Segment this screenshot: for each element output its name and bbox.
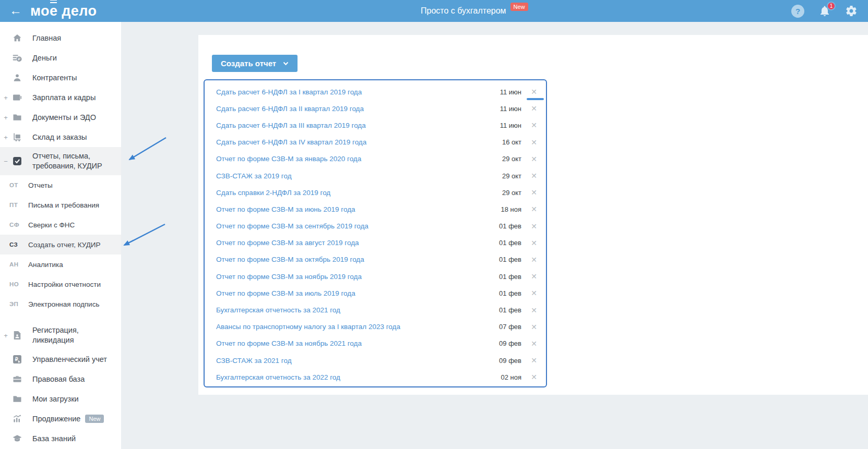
remove-report-icon[interactable]: ✕: [529, 289, 539, 297]
remove-report-icon[interactable]: ✕: [529, 155, 539, 163]
subitem-abbreviation: ЭП: [9, 301, 28, 307]
help-icon[interactable]: ?: [791, 5, 804, 18]
remove-report-icon[interactable]: ✕: [529, 188, 539, 197]
notifications-bell-icon[interactable]: 1: [818, 5, 831, 17]
remove-report-icon[interactable]: ✕: [529, 88, 539, 96]
sidebar-item-promotion[interactable]: Продвижение New: [0, 409, 121, 429]
report-row-11: Отчет по форме СЗВ-М за ноябрь 2019 года…: [205, 268, 546, 285]
report-row-15: Отчет по форме СЗВ-М за ноябрь 2021 года…: [205, 335, 546, 352]
report-due-date: 01 фев: [493, 273, 521, 281]
sidebar-new-badge: New: [85, 415, 104, 423]
report-link[interactable]: Сдать расчет 6-НДФЛ за II квартал 2019 г…: [216, 105, 493, 113]
sidebar-item-home[interactable]: Главная: [0, 28, 121, 48]
sidebar-item-label: База знаний: [32, 434, 76, 444]
back-arrow-icon[interactable]: ←: [9, 4, 22, 17]
create-report-button[interactable]: Создать отчет: [212, 55, 298, 72]
sidebar-item-money[interactable]: ₽ Деньги: [0, 48, 121, 68]
sidebar-item-legal[interactable]: Правовая база: [0, 369, 121, 389]
remove-report-icon[interactable]: ✕: [529, 222, 539, 230]
report-link[interactable]: СЗВ-СТАЖ за 2019 год: [216, 172, 493, 180]
expand-toggle-icon[interactable]: +: [0, 332, 11, 339]
report-due-date: 01 фев: [493, 289, 521, 297]
report-link[interactable]: Отчет по форме СЗВ-М за октябрь 2019 год…: [216, 256, 493, 263]
documents-icon: [11, 112, 23, 123]
remove-report-icon[interactable]: ✕: [529, 172, 539, 180]
sidebar-subitem-ЭП[interactable]: ЭП Электронная подпись: [0, 294, 121, 314]
remove-report-icon[interactable]: ✕: [529, 323, 539, 331]
report-link[interactable]: Отчет по форме СЗВ-М за ноябрь 2021 года: [216, 339, 493, 347]
report-due-date: 01 фев: [493, 256, 521, 263]
report-link[interactable]: Сдать расчет 6-НДФЛ за III квартал 2019 …: [216, 122, 493, 129]
sidebar-item-knowledge[interactable]: База знаний: [0, 429, 121, 448]
expand-toggle-icon[interactable]: +: [0, 94, 11, 102]
reports-icon: [11, 155, 23, 167]
sidebar-item-reports[interactable]: − Отчеты, письма, требования, КУДИР: [0, 147, 121, 175]
remove-report-icon[interactable]: ✕: [529, 138, 539, 147]
remove-report-icon[interactable]: ✕: [529, 306, 539, 314]
sidebar-item-label: Главная: [32, 33, 61, 43]
sidebar-item-registration[interactable]: + Регистрация, ликвидация: [0, 321, 121, 349]
subitem-label: Письма и требования: [28, 201, 99, 209]
report-link[interactable]: Бухгалтерская отчетность за 2021 год: [216, 306, 493, 314]
remove-report-icon[interactable]: ✕: [529, 373, 539, 381]
subitem-label: Сверки с ФНС: [28, 221, 75, 229]
report-due-date: 16 окт: [493, 138, 521, 146]
remove-report-icon[interactable]: ✕: [529, 121, 539, 129]
management-icon: ₽: [11, 354, 23, 365]
sidebar-subitem-ПТ[interactable]: ПТ Письма и требования: [0, 195, 121, 215]
remove-report-icon[interactable]: ✕: [529, 205, 539, 213]
remove-report-icon[interactable]: ✕: [529, 272, 539, 281]
sidebar-subitem-НО[interactable]: НО Настройки отчетности: [0, 274, 121, 294]
expand-toggle-icon[interactable]: +: [0, 134, 11, 141]
subitem-label: Создать отчет, КУДИР: [28, 241, 101, 249]
sidebar-subitem-ОТ[interactable]: ОТ Отчеты: [0, 175, 121, 195]
report-row-1: Сдать расчет 6-НДФЛ за II квартал 2019 г…: [205, 100, 546, 117]
report-link[interactable]: Авансы по транспортному налогу за I квар…: [216, 323, 493, 331]
sidebar-item-salary[interactable]: + Зарплата и кадры: [0, 88, 121, 107]
remove-report-icon[interactable]: ✕: [529, 256, 539, 264]
sidebar-item-label: Управленческий учет: [32, 355, 107, 365]
sidebar-item-label: Отчеты, письма, требования, КУДИР: [32, 151, 102, 171]
report-row-10: Отчет по форме СЗВ-М за октябрь 2019 год…: [205, 251, 546, 268]
sidebar-item-management[interactable]: ₽ Управленческий учет: [0, 349, 121, 369]
app-logo[interactable]: мое дело: [30, 3, 97, 19]
subitem-label: Настройки отчетности: [28, 281, 101, 288]
report-row-4: Отчет по форме СЗВ-М за январь 2020 года…: [205, 151, 546, 167]
remove-report-icon[interactable]: ✕: [529, 239, 539, 247]
settings-gear-icon[interactable]: [845, 5, 858, 17]
sidebar-item-downloads[interactable]: Мои загрузки: [0, 389, 121, 409]
report-link[interactable]: Сдать справки 2-НДФЛ за 2019 год: [216, 189, 493, 197]
annotation-arrow-create-report: [124, 224, 165, 245]
expand-toggle-icon[interactable]: −: [0, 157, 11, 165]
report-link[interactable]: Отчет по форме СЗВ-М за август 2019 года: [216, 239, 493, 247]
report-due-date: 11 июн: [493, 105, 521, 113]
report-due-date: 11 июн: [493, 88, 521, 96]
report-link[interactable]: Отчет по форме СЗВ-М за январь 2020 года: [216, 155, 493, 163]
report-due-date: 01 фев: [493, 222, 521, 230]
sidebar-subitem-АН[interactable]: АН Аналитика: [0, 254, 121, 274]
report-link[interactable]: Сдать расчет 6-НДФЛ за IV квартал 2019 г…: [216, 138, 493, 146]
row-focus-underline: [527, 98, 544, 100]
sidebar-subitem-СФ[interactable]: СФ Сверки с ФНС: [0, 215, 121, 235]
sidebar-item-warehouse[interactable]: + Склад и заказы: [0, 127, 121, 147]
subitem-abbreviation: НО: [9, 281, 28, 287]
sidebar-subitem-СЗ[interactable]: СЗ Создать отчет, КУДИР: [0, 235, 121, 254]
remove-report-icon[interactable]: ✕: [529, 104, 539, 113]
report-due-date: 01 фев: [493, 306, 521, 314]
report-link[interactable]: Сдать расчет 6-НДФЛ за I квартал 2019 го…: [216, 88, 493, 96]
report-link[interactable]: Отчет по форме СЗВ-М за сентябрь 2019 го…: [216, 222, 493, 230]
report-row-14: Авансы по транспортному налогу за I квар…: [205, 319, 546, 335]
report-link[interactable]: Бухгалтерская отчетность за 2022 год: [216, 373, 493, 381]
header-tagline-group: Просто с бухгалтером New: [421, 0, 528, 22]
report-link[interactable]: СЗВ-СТАЖ за 2021 год: [216, 357, 493, 365]
remove-report-icon[interactable]: ✕: [529, 356, 539, 365]
report-link[interactable]: Отчет по форме СЗВ-М за июнь 2019 года: [216, 205, 493, 213]
report-row-13: Бухгалтерская отчетность за 2021 год 01 …: [205, 301, 546, 318]
remove-report-icon[interactable]: ✕: [529, 339, 539, 348]
report-link[interactable]: Отчет по форме СЗВ-М за ноябрь 2019 года: [216, 273, 493, 281]
expand-toggle-icon[interactable]: +: [0, 114, 11, 122]
report-link[interactable]: Отчет по форме СЗВ-М за июль 2019 года: [216, 289, 493, 297]
sidebar-item-documents[interactable]: + Документы и ЭДО: [0, 107, 121, 127]
sidebar-item-contractors[interactable]: Контрагенты: [0, 68, 121, 88]
tagline-new-badge: New: [510, 3, 528, 11]
